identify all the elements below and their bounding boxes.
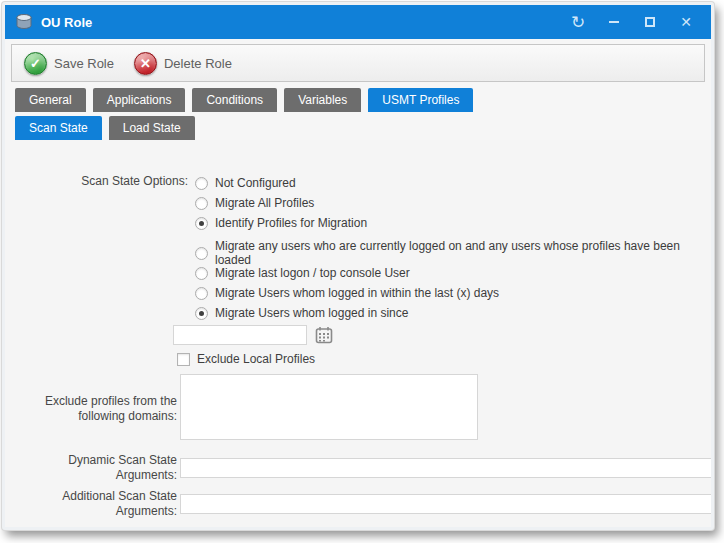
tab-variables[interactable]: Variables: [284, 88, 361, 112]
refresh-button[interactable]: ↻: [563, 9, 593, 35]
toolbar: ✓ Save Role ✕ Delete Role: [11, 44, 705, 82]
radio-selected-icon: [195, 307, 208, 320]
delete-role-button[interactable]: ✕ Delete Role: [134, 52, 242, 75]
radio-group-2: Migrate any users who are currently logg…: [189, 243, 711, 366]
close-button[interactable]: ✕: [671, 9, 701, 35]
radio-migrate-since[interactable]: Migrate Users whom logged in since: [195, 303, 711, 323]
sub-tabs: Scan State Load State: [15, 116, 711, 140]
radio-migrate-logged-on-users[interactable]: Migrate any users who are currently logg…: [195, 243, 711, 263]
radio-selected-icon: [195, 217, 208, 230]
radio-icon: [195, 247, 208, 260]
scan-state-panel: Scan State Options: Not Configured Migra…: [5, 140, 711, 527]
ou-role-dialog: OU Role ↻ ✕ ✓ Save Role ✕ Delete Role: [2, 2, 714, 530]
exclude-domains-textarea[interactable]: [180, 374, 478, 440]
exclude-domains-label: Exclude profiles from the following doma…: [5, 394, 189, 424]
tab-applications[interactable]: Applications: [93, 88, 186, 112]
minimize-icon: [609, 21, 619, 23]
maximize-icon: [645, 17, 655, 27]
since-date-input[interactable]: [173, 325, 307, 345]
tab-general[interactable]: General: [15, 88, 86, 112]
radio-icon: [195, 267, 208, 280]
refresh-icon: ↻: [571, 12, 585, 33]
dynamic-args-label: Dynamic Scan State Arguments:: [5, 453, 189, 483]
calendar-picker-button[interactable]: [315, 326, 333, 344]
tab-scan-state[interactable]: Scan State: [15, 116, 102, 140]
since-date-row: [189, 325, 711, 345]
radio-migrate-all-profiles[interactable]: Migrate All Profiles: [195, 193, 711, 213]
radio-migrate-last-x-days[interactable]: Migrate Users whom logged in within the …: [195, 283, 711, 303]
delete-x-icon: ✕: [134, 52, 157, 75]
radio-icon: [195, 197, 208, 210]
title-bar: OU Role ↻ ✕: [5, 5, 711, 39]
radio-not-configured[interactable]: Not Configured: [195, 173, 711, 193]
tab-load-state[interactable]: Load State: [109, 116, 195, 140]
radio-group-1: Not Configured Migrate All Profiles Iden…: [189, 173, 711, 233]
radio-identify-profiles[interactable]: Identify Profiles for Migration: [195, 213, 711, 233]
maximize-button[interactable]: [635, 9, 665, 35]
additional-args-input[interactable]: [180, 494, 711, 514]
calendar-icon: [315, 326, 333, 344]
additional-args-label: Additional Scan State Arguments:: [5, 489, 189, 519]
close-icon: ✕: [680, 14, 692, 30]
radio-icon: [195, 287, 208, 300]
radio-icon: [195, 177, 208, 190]
scan-state-options-label: Scan State Options:: [5, 173, 189, 233]
minimize-button[interactable]: [599, 9, 629, 35]
checkbox-icon: [177, 353, 190, 366]
delete-role-label: Delete Role: [164, 56, 232, 71]
app-role-icon: [15, 13, 33, 31]
tab-conditions[interactable]: Conditions: [192, 88, 277, 112]
save-check-icon: ✓: [24, 52, 47, 75]
exclude-local-profiles-checkbox[interactable]: Exclude Local Profiles: [177, 352, 711, 366]
save-role-label: Save Role: [54, 56, 114, 71]
window-title: OU Role: [41, 15, 563, 30]
main-tabs: General Applications Conditions Variable…: [15, 88, 711, 112]
save-role-button[interactable]: ✓ Save Role: [24, 52, 124, 75]
tab-usmt-profiles[interactable]: USMT Profiles: [368, 88, 473, 112]
dynamic-args-input[interactable]: [180, 458, 711, 478]
